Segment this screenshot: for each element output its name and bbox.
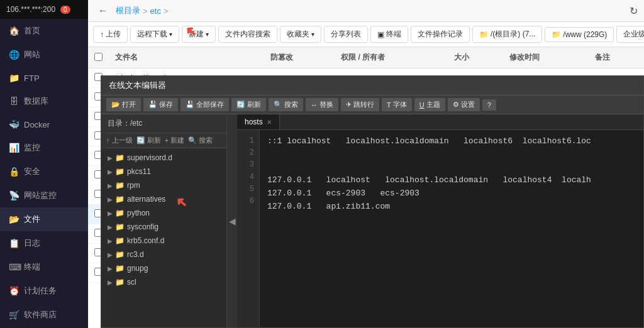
editor-help-btn[interactable]: ?: [482, 99, 496, 111]
col-size: 大小: [448, 47, 503, 68]
search-icon: 🔍: [274, 101, 282, 109]
cron-icon: ⏰: [9, 286, 19, 296]
expand-arrow: ▶: [108, 224, 113, 231]
editor-refresh-btn[interactable]: 🔄 刷新: [231, 98, 266, 111]
file-search-button[interactable]: 文件内容搜索: [218, 26, 277, 43]
code-line: 127.0.0.1 localhost localhost.localdomai…: [267, 174, 636, 187]
sidebar-item-home[interactable]: 🏠首页: [0, 19, 88, 43]
sidebar-item-files[interactable]: 📂文件: [0, 207, 88, 231]
editor-title-bar: 在线文本编辑器: [101, 76, 643, 96]
code-lines[interactable]: ::1 localhost localhost.localdomain loca…: [260, 130, 643, 327]
editor-font-btn[interactable]: T 字体: [382, 98, 412, 111]
editor-tabs: hosts ✕: [237, 114, 643, 130]
home-icon: 🏠: [9, 26, 19, 36]
new-button[interactable]: 新建 ▾: [182, 26, 216, 43]
sidebar-item-monitor[interactable]: 📊监控: [0, 136, 88, 160]
terminal-button[interactable]: ▣ 终端: [370, 26, 408, 43]
replace-icon: ↔: [311, 101, 318, 109]
tree-item[interactable]: ▶📁alternatives: [101, 192, 226, 206]
tree-list: ▶📁supervisord.d▶📁pkcs11▶📁rpm▶📁alternativ…: [101, 148, 226, 327]
favorites-button[interactable]: 收藏夹 ▾: [280, 26, 321, 43]
sidebar-item-store[interactable]: 🛒软件商店: [0, 303, 88, 327]
editor-settings-btn[interactable]: ⚙ 设置: [448, 98, 480, 111]
theme-icon: U: [419, 101, 425, 109]
sidebar-nav: 🏠首页🌐网站📁FTP🗄数据库🐳Docker📊监控🔒安全📡网站监控📂文件📋日志⌨终…: [0, 19, 88, 328]
tree-refresh-btn[interactable]: 🔄 刷新: [136, 136, 161, 145]
tree-item[interactable]: ▶📁scl: [101, 275, 226, 289]
editor-toolbar: 📂 打开 💾 保存 💾 全部保存 🔄 刷新 🔍 搜索 ↔ 替换: [101, 96, 643, 114]
expand-arrow: ▶: [108, 210, 113, 217]
editor-replace-btn[interactable]: ↔ 替换: [306, 98, 338, 111]
select-all-checkbox[interactable]: [94, 53, 103, 61]
tree-item[interactable]: ▶📁supervisord.d: [101, 151, 226, 165]
editor-search-btn[interactable]: 🔍 搜索: [269, 98, 303, 111]
editor-tab-hosts[interactable]: hosts ✕: [237, 114, 280, 129]
breadcrumb: 根目录 > etc >: [116, 5, 626, 16]
folder-icon: 📁: [115, 278, 125, 287]
tree-item[interactable]: ▶📁rc3.d: [101, 248, 226, 261]
sidebar-item-ftp[interactable]: 📁FTP: [0, 67, 88, 89]
code-content[interactable]: 123456 ::1 localhost localhost.localdoma…: [237, 130, 643, 327]
editor-title: 在线文本编辑器: [109, 80, 166, 90]
tree-item[interactable]: ▶📁sysconfig: [101, 220, 226, 234]
sidebar-item-cron[interactable]: ⏰计划任务: [0, 279, 88, 303]
collapse-handle[interactable]: ◀: [227, 114, 237, 327]
tree-item[interactable]: ▶📁krb5.conf.d: [101, 234, 226, 248]
tree-item[interactable]: ▶📁rpm: [101, 178, 226, 192]
remote-download-button[interactable]: 远程下载 ▾: [130, 26, 179, 43]
tree-item[interactable]: ▶📁pkcs11: [101, 165, 226, 178]
upload-icon: ↑: [100, 30, 104, 39]
webmonitor-icon: 📡: [9, 190, 19, 200]
tree-new-btn[interactable]: + 新建: [165, 136, 184, 145]
editor-body: 目录：/etc ↑ 上一级 🔄 刷新 + 新建 🔍 搜索 ▶📁superviso…: [101, 114, 643, 327]
file-tree: 目录：/etc ↑ 上一级 🔄 刷新 + 新建 🔍 搜索 ▶📁superviso…: [101, 114, 227, 327]
monitor-icon: 📊: [9, 143, 19, 153]
editor-theme-btn[interactable]: U 主题: [414, 98, 445, 111]
code-editor: hosts ✕ 123456 ::1 localhost localhost.l…: [237, 114, 643, 327]
editor-save-all-btn[interactable]: 💾 全部保存: [180, 98, 229, 111]
expand-arrow: ▶: [108, 265, 113, 272]
editor-goto-btn[interactable]: ✈ 跳转行: [341, 98, 379, 111]
upload-button[interactable]: ↑ 上传: [93, 26, 128, 43]
col-perm: 权限 / 所有者: [335, 47, 448, 68]
expand-arrow: ▶: [108, 155, 113, 161]
folder-icon: 📁: [115, 167, 125, 176]
col-tamper: 防篡改: [264, 47, 335, 68]
breadcrumb-etc[interactable]: etc: [150, 6, 161, 16]
sidebar-item-terminal[interactable]: ⌨终端: [0, 255, 88, 279]
breadcrumb-root[interactable]: 根目录: [116, 5, 140, 16]
sidebar-item-security[interactable]: 🔒安全: [0, 160, 88, 183]
tab-filename: hosts: [245, 118, 263, 126]
code-line: ::1 localhost localhost.localdomain loca…: [267, 135, 636, 148]
share-list-button[interactable]: 分享列表: [324, 26, 368, 43]
root-dir-button[interactable]: 📁 /(根目录) (7...: [472, 26, 542, 43]
code-line: [267, 161, 636, 175]
close-tab-icon[interactable]: ✕: [267, 119, 272, 126]
tree-item[interactable]: ▶📁gnupg: [101, 261, 226, 275]
notification-badge: 0: [60, 6, 70, 14]
tree-item[interactable]: ▶📁python: [101, 206, 226, 220]
back-button[interactable]: ←: [94, 4, 112, 18]
save-icon: 💾: [148, 101, 157, 109]
tamper-button[interactable]: 企业级防篡改: [616, 26, 644, 43]
folder-icon: 📁: [115, 264, 125, 273]
folder-icon: 📁: [115, 250, 125, 259]
sidebar-item-database[interactable]: 🗄数据库: [0, 89, 88, 113]
sidebar-item-webmonitor[interactable]: 📡网站监控: [0, 183, 88, 207]
editor-open-btn[interactable]: 📂 打开: [106, 98, 141, 111]
sidebar-item-docker[interactable]: 🐳Docker: [0, 113, 88, 136]
refresh-button[interactable]: ↻: [630, 5, 638, 17]
tree-up-btn[interactable]: ↑ 上一级: [106, 136, 133, 145]
editor-save-btn[interactable]: 💾 保存: [143, 98, 178, 111]
folder-icon: 📁: [479, 30, 489, 39]
expand-arrow: ▶: [108, 238, 113, 244]
col-note: 备注: [589, 47, 644, 68]
folder-icon: 📁: [115, 195, 125, 204]
file-ops-button[interactable]: 文件操作记录: [411, 26, 470, 43]
tree-path: 目录：/etc: [101, 114, 226, 133]
sidebar-item-website[interactable]: 🌐网站: [0, 43, 88, 67]
sidebar-item-logs[interactable]: 📋日志: [0, 231, 88, 255]
www-dir-button[interactable]: 📁 /www (229G): [545, 27, 614, 42]
font-icon: T: [387, 101, 391, 109]
tree-search-btn[interactable]: 🔍 搜索: [188, 136, 213, 145]
